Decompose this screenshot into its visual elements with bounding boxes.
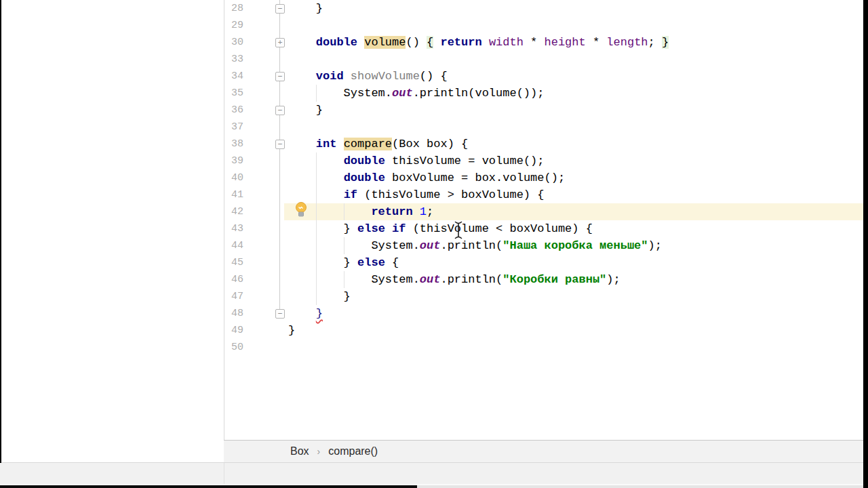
line-number[interactable]: 40 xyxy=(224,169,243,186)
code-editor[interactable]: 28− }2930+ double volume() { return widt… xyxy=(224,0,863,440)
fold-minus-icon[interactable]: − xyxy=(275,4,285,14)
code-token: () xyxy=(406,36,427,49)
code-token: showVolume xyxy=(351,70,420,83)
mouse-text-cursor-icon xyxy=(454,221,463,239)
code-line[interactable]: int compare(Box box) { xyxy=(288,136,468,152)
line-number[interactable]: 44 xyxy=(224,237,243,254)
code-line[interactable]: return 1; xyxy=(288,203,433,220)
line-number[interactable]: 28 xyxy=(224,0,243,17)
code-token: } xyxy=(662,36,669,49)
code-token xyxy=(385,222,392,235)
intention-bulb-icon[interactable] xyxy=(294,201,308,218)
code-token: () { xyxy=(420,70,448,83)
code-line[interactable]: } xyxy=(288,0,323,17)
line-number[interactable]: 39 xyxy=(224,152,243,169)
code-token: void xyxy=(316,70,344,83)
code-token: out xyxy=(392,87,413,100)
code-token: volume xyxy=(364,36,406,49)
code-token: if xyxy=(392,222,406,235)
fold-minus-icon[interactable]: − xyxy=(275,309,285,319)
code-token: { xyxy=(427,36,433,49)
code-line[interactable]: } xyxy=(288,288,351,305)
code-token: "Коробки равны" xyxy=(502,273,606,286)
code-token: out xyxy=(420,273,441,286)
code-token xyxy=(288,155,344,167)
line-number[interactable]: 35 xyxy=(224,85,243,102)
line-number[interactable]: 33 xyxy=(224,51,243,68)
line-number[interactable]: 50 xyxy=(224,339,243,356)
code-line[interactable]: } xyxy=(288,305,323,322)
window-left-edge xyxy=(0,0,1,463)
code-token: .println(volume()); xyxy=(413,87,545,100)
code-token xyxy=(288,36,316,49)
line-number[interactable]: 36 xyxy=(224,102,243,119)
line-number[interactable]: 45 xyxy=(224,254,243,271)
breadcrumb-item[interactable]: compare() xyxy=(328,441,378,462)
code-line[interactable]: double thisVolume = volume(); xyxy=(288,152,544,169)
code-token: .println( xyxy=(440,273,502,286)
bottom-strip-right xyxy=(417,485,868,488)
line-number[interactable]: 41 xyxy=(224,186,243,203)
code-token xyxy=(344,70,351,83)
code-token: else xyxy=(357,222,385,235)
fold-minus-icon[interactable]: − xyxy=(275,72,285,81)
code-token: } xyxy=(288,324,295,337)
fold-minus-icon[interactable]: − xyxy=(275,106,285,115)
code-token: } xyxy=(288,104,323,117)
code-token: } xyxy=(288,222,357,235)
code-token: .println( xyxy=(440,239,502,252)
breadcrumb-item[interactable]: Box xyxy=(290,441,309,462)
code-token: return xyxy=(440,36,481,49)
line-number[interactable]: 49 xyxy=(224,322,243,339)
right-letterbox xyxy=(863,0,868,488)
code-token: else xyxy=(357,256,385,269)
code-line[interactable]: } xyxy=(288,322,295,339)
code-token xyxy=(288,70,316,83)
code-token xyxy=(482,36,489,49)
code-line[interactable]: double volume() { return width * height … xyxy=(288,34,669,51)
code-token: (Box box) { xyxy=(392,138,468,150)
line-number[interactable]: 48 xyxy=(224,305,243,322)
code-token xyxy=(336,138,343,150)
fold-plus-icon[interactable]: + xyxy=(275,38,285,47)
code-token: } xyxy=(316,307,323,320)
code-line[interactable]: if (thisVolume > boxVolume) { xyxy=(288,186,544,203)
code-token: length xyxy=(606,36,648,49)
line-number[interactable]: 34 xyxy=(224,68,243,85)
code-line[interactable]: } xyxy=(288,102,323,119)
line-number[interactable]: 47 xyxy=(224,288,243,305)
line-number[interactable]: 43 xyxy=(224,220,243,237)
code-token: boxVolume = box.volume(); xyxy=(385,171,565,184)
line-number[interactable]: 30 xyxy=(224,34,243,51)
code-token: thisVolume = volume(); xyxy=(385,155,545,167)
code-token: return xyxy=(371,205,412,218)
line-number[interactable]: 29 xyxy=(224,17,243,34)
line-number[interactable]: 37 xyxy=(224,119,243,136)
code-line[interactable]: System.out.println("Наша коробка меньше"… xyxy=(288,237,662,254)
code-token: ); xyxy=(648,239,662,252)
code-line[interactable]: } else { xyxy=(288,254,399,271)
code-line[interactable]: } else if (thisVolume < boxVolume) { xyxy=(288,220,593,237)
code-token: out xyxy=(420,239,441,252)
breadcrumb-separator-icon: › xyxy=(309,441,329,462)
code-line[interactable]: double boxVolume = box.volume(); xyxy=(288,169,565,186)
breadcrumb: Box›compare() xyxy=(290,441,378,462)
line-number[interactable]: 42 xyxy=(224,203,243,220)
code-token xyxy=(288,188,344,201)
code-token: System. xyxy=(288,87,392,100)
code-token xyxy=(413,205,420,218)
screen: 28− }2930+ double volume() { return widt… xyxy=(0,0,868,488)
code-token xyxy=(288,138,316,150)
line-number[interactable]: 38 xyxy=(224,136,243,152)
code-token: double xyxy=(344,171,385,184)
code-line[interactable]: void showVolume() { xyxy=(288,68,448,85)
line-number[interactable]: 46 xyxy=(224,271,243,288)
code-token: 1 xyxy=(420,205,427,218)
code-line[interactable]: System.out.println("Коробки равны"); xyxy=(288,271,620,288)
breadcrumb-bar: Box›compare() xyxy=(224,440,868,462)
code-token: ; xyxy=(427,205,433,218)
status-bar xyxy=(0,462,868,484)
fold-minus-icon[interactable]: − xyxy=(275,140,285,149)
code-line[interactable]: System.out.println(volume()); xyxy=(288,85,544,102)
fold-guide-line xyxy=(279,0,280,319)
